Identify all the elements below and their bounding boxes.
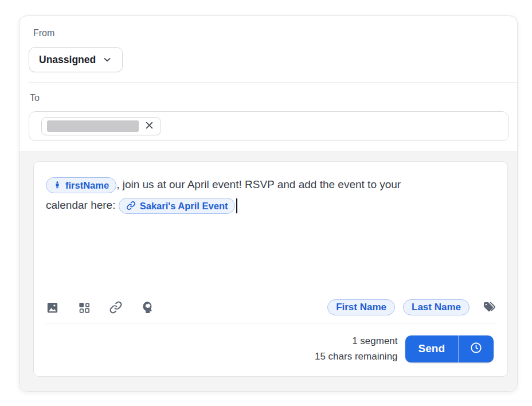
first-name-token-label: firstName <box>65 178 109 192</box>
recipient-chip <box>41 117 161 135</box>
insert-last-name-button[interactable]: Last Name <box>403 299 470 315</box>
editor-card: firstName , join us at our April event! … <box>33 161 508 377</box>
merge-fields-button[interactable] <box>482 300 496 314</box>
composer-panel: firstName , join us at our April event! … <box>19 151 517 391</box>
first-name-token[interactable]: firstName <box>46 177 116 193</box>
sender-dropdown-value: Unassigned <box>39 54 96 66</box>
sms-composer-card: From Unassigned To <box>19 15 518 392</box>
person-icon <box>53 181 61 189</box>
event-link-token[interactable]: Sakari's April Event <box>119 198 236 214</box>
to-section: To <box>19 83 517 151</box>
link-icon <box>126 201 136 210</box>
insert-template-button[interactable] <box>77 301 91 314</box>
insert-link-button[interactable] <box>109 300 123 314</box>
send-button[interactable]: Send <box>405 335 458 362</box>
message-stats: 1 segment 15 chars remaining <box>315 333 398 364</box>
ai-head-icon <box>141 300 155 314</box>
chevron-down-icon <box>102 54 112 65</box>
link-icon <box>109 300 123 314</box>
segment-count: 1 segment <box>315 333 398 349</box>
message-text-line2: calendar here: <box>46 199 119 211</box>
close-icon <box>145 121 154 131</box>
recipients-input[interactable] <box>29 111 509 141</box>
editor-footer: 1 segment 15 chars remaining Send <box>34 323 507 376</box>
clock-icon <box>470 341 483 356</box>
sender-dropdown[interactable]: Unassigned <box>29 47 123 72</box>
event-link-token-label: Sakari's April Event <box>140 199 228 213</box>
send-split-button: Send <box>405 335 494 362</box>
message-editor[interactable]: firstName , join us at our April event! … <box>34 162 507 297</box>
blocks-icon <box>77 301 91 314</box>
message-text-line1: , join us at our April event! RSVP and a… <box>116 178 401 190</box>
text-cursor <box>236 198 237 213</box>
schedule-send-button[interactable] <box>459 335 494 362</box>
tags-icon <box>482 300 496 314</box>
image-icon <box>46 301 59 314</box>
recipient-redacted-value <box>47 120 139 132</box>
insert-first-name-button[interactable]: First Name <box>327 299 395 315</box>
to-label: To <box>30 92 509 104</box>
chars-remaining: 15 chars remaining <box>315 349 398 364</box>
editor-toolbar: First Name Last Name <box>34 297 507 323</box>
remove-recipient-button[interactable] <box>144 120 155 132</box>
ai-assistant-button[interactable] <box>141 300 155 314</box>
from-label: From <box>33 27 508 40</box>
from-section: From Unassigned <box>19 16 517 82</box>
insert-image-button[interactable] <box>46 301 59 314</box>
